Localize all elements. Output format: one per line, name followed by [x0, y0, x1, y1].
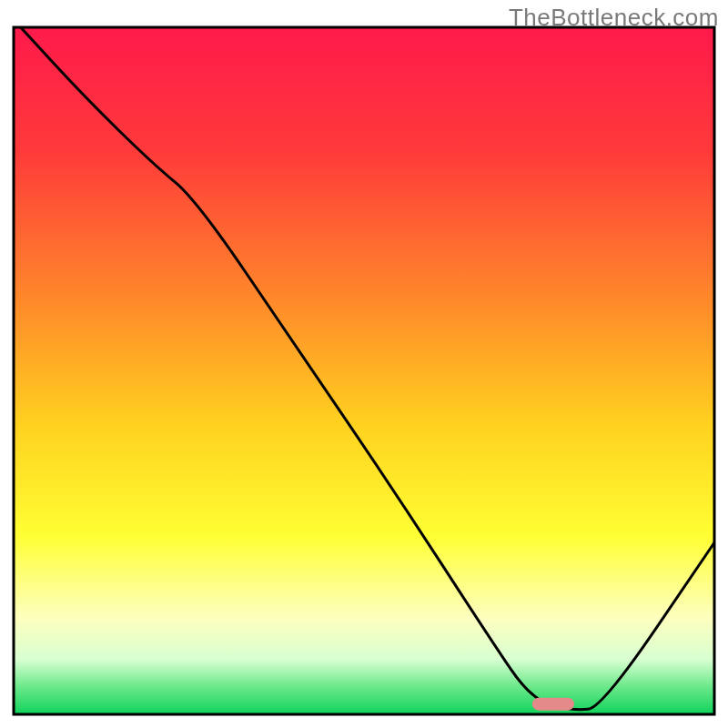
watermark-text: TheBottleneck.com: [509, 4, 719, 32]
bottleneck-chart: TheBottleneck.com: [0, 0, 728, 728]
optimum-marker: [532, 698, 574, 711]
chart-svg: [0, 0, 728, 728]
